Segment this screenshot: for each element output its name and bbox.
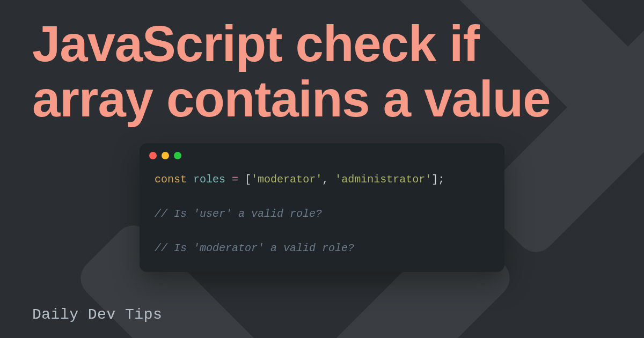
content-wrapper: JavaScript check if array contains a val… xyxy=(0,0,644,338)
window-controls xyxy=(140,143,504,164)
token-space xyxy=(238,173,245,186)
blank-line xyxy=(155,223,489,240)
token-space xyxy=(187,173,193,186)
token-keyword: const xyxy=(155,173,187,186)
maximize-icon xyxy=(174,152,181,159)
article-title: JavaScript check if array contains a val… xyxy=(32,16,612,127)
code-line-comment-1: // Is 'user' a valid role? xyxy=(155,205,489,223)
token-variable: roles xyxy=(193,173,225,186)
token-operator: = xyxy=(232,173,238,186)
token-punct: [ xyxy=(245,173,251,186)
token-space xyxy=(225,173,232,186)
token-punct: , xyxy=(322,173,335,186)
close-icon xyxy=(149,152,157,159)
code-window: const roles = ['moderator', 'administrat… xyxy=(140,143,504,272)
minimize-icon xyxy=(162,152,169,159)
token-punct: ]; xyxy=(431,173,444,186)
code-body: const roles = ['moderator', 'administrat… xyxy=(140,164,504,272)
blank-line xyxy=(155,188,489,205)
token-string: 'moderator' xyxy=(251,173,322,186)
site-brand: Daily Dev Tips xyxy=(32,306,162,323)
token-string: 'administrator' xyxy=(335,173,431,186)
code-line-comment-2: // Is 'moderator' a valid role? xyxy=(155,240,489,257)
code-line-declaration: const roles = ['moderator', 'administrat… xyxy=(155,171,489,188)
